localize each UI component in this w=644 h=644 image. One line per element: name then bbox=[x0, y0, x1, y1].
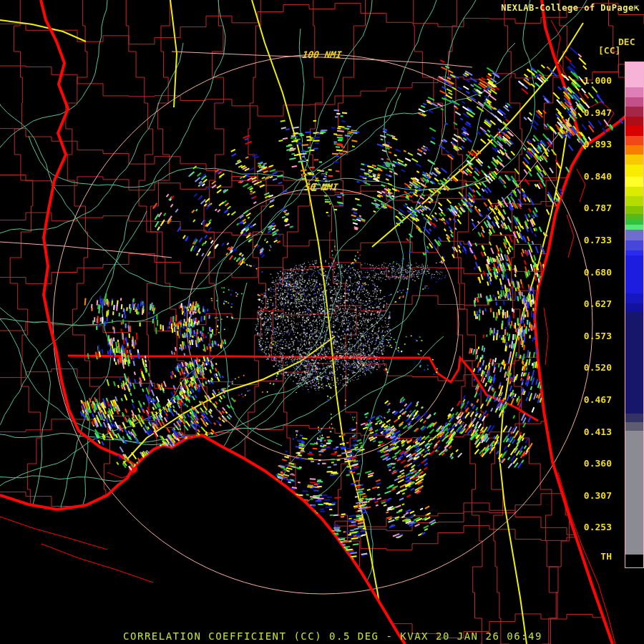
attribution-text: NEXLAB-College of DuPage bbox=[501, 3, 633, 13]
range-ring-label-100nmi: 100 NMI bbox=[302, 49, 343, 60]
colorbar-tick-label: 0.573 bbox=[562, 331, 612, 341]
colorbar-tick-label: 1.000 bbox=[562, 75, 612, 86]
units-label: DEC bbox=[618, 36, 635, 47]
attribution: NEXLAB-College of DuPage⇱ bbox=[501, 2, 640, 13]
threshold-label: TH bbox=[562, 551, 612, 562]
radar-map bbox=[0, 0, 644, 644]
colorbar-tick-label: 0.360 bbox=[562, 458, 612, 469]
colorbar bbox=[625, 62, 644, 568]
colorbar-tick-label: 0.413 bbox=[562, 426, 612, 437]
cursor-icon: ⇱ bbox=[634, 2, 640, 13]
colorbar-tick-label: 0.520 bbox=[562, 362, 612, 373]
product-title: CORRELATION COEFFICIENT (CC) 0.5 DEG - K… bbox=[123, 630, 542, 642]
colorbar-tick-label: 0.680 bbox=[562, 267, 612, 278]
radar-product-viewer: NEXLAB-College of DuPage⇱ DEC [CC] 1.000… bbox=[0, 0, 644, 644]
colorbar-tick-label: 0.307 bbox=[562, 490, 612, 501]
colorbar-tick-label: 0.467 bbox=[562, 394, 612, 405]
colorbar-tick-label: 0.840 bbox=[562, 171, 612, 182]
colorbar-tick-label: 0.733 bbox=[562, 235, 612, 245]
colorbar-tick-label: 0.627 bbox=[562, 298, 612, 309]
range-ring-label-50nmi: 50 NMI bbox=[303, 182, 338, 192]
colorbar-tick-label: 0.787 bbox=[562, 203, 612, 213]
product-label: [CC] bbox=[598, 45, 620, 56]
colorbar-tick-label: 0.253 bbox=[562, 522, 612, 532]
colorbar-tick-label: 0.893 bbox=[562, 139, 612, 150]
colorbar-tick-label: 0.947 bbox=[562, 107, 612, 118]
